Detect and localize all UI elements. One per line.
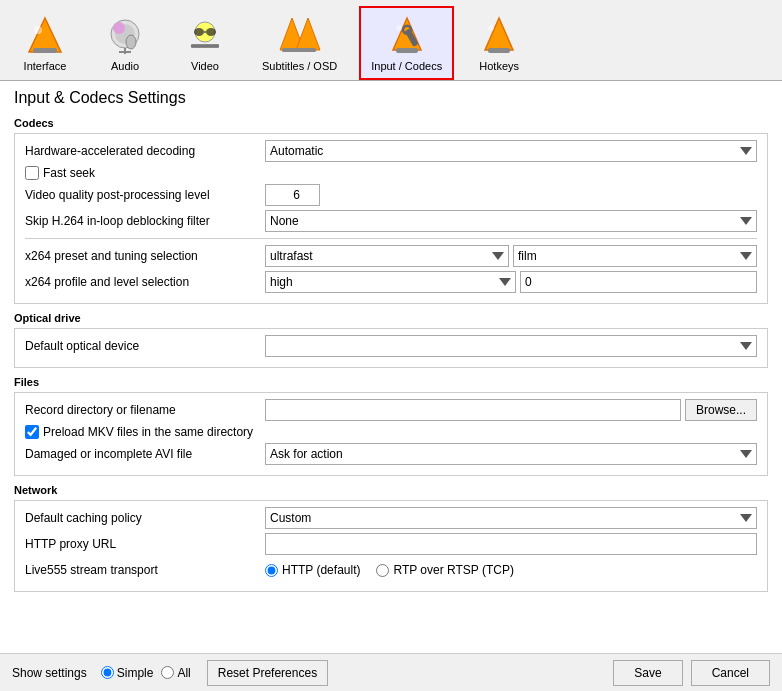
network-section-title: Network <box>14 484 768 496</box>
svg-rect-26 <box>488 48 510 53</box>
show-settings-radio-group: Simple All <box>101 666 191 680</box>
svg-point-14 <box>206 28 216 36</box>
video-icon <box>183 14 227 58</box>
svg-rect-18 <box>282 48 300 52</box>
svg-rect-2 <box>33 48 57 53</box>
caching-policy-row: Default caching policy Custom Lowest lat… <box>25 507 757 529</box>
svg-point-7 <box>126 35 136 49</box>
damaged-avi-control: Ask for action Repair Always fix Ignore <box>265 443 757 465</box>
video-quality-label: Video quality post-processing level <box>25 188 265 202</box>
subtitles-icon <box>278 14 322 58</box>
fast-seek-row: Fast seek <box>25 166 757 180</box>
x264-preset-label: x264 preset and tuning selection <box>25 249 265 263</box>
live555-radio-group: HTTP (default) RTP over RTSP (TCP) <box>265 563 757 577</box>
record-dir-row: Record directory or filename Browse... <box>25 399 757 421</box>
browse-button[interactable]: Browse... <box>685 399 757 421</box>
hw-decoding-label: Hardware-accelerated decoding <box>25 144 265 158</box>
http-proxy-control <box>265 533 757 555</box>
live555-label: Live555 stream transport <box>25 563 265 577</box>
nav-item-input-codecs[interactable]: Input / Codecs <box>359 6 454 80</box>
video-quality-input[interactable] <box>265 184 320 206</box>
hw-decoding-select[interactable]: Automatic DirectX VA 2.0 DXVA 1.0 Disabl… <box>265 140 757 162</box>
http-proxy-label: HTTP proxy URL <box>25 537 265 551</box>
hw-decoding-row: Hardware-accelerated decoding Automatic … <box>25 140 757 162</box>
x264-preset-row: x264 preset and tuning selection ultrafa… <box>25 245 757 267</box>
files-section-title: Files <box>14 376 768 388</box>
svg-marker-25 <box>485 18 513 50</box>
reset-preferences-button[interactable]: Reset Preferences <box>207 660 328 686</box>
video-quality-control <box>265 184 757 206</box>
x264-profile-row: x264 profile and level selection high ma… <box>25 271 757 293</box>
nav-item-hotkeys[interactable]: Hotkeys <box>464 6 534 80</box>
nav-item-video[interactable]: Video <box>170 6 240 80</box>
default-device-control <box>265 335 757 357</box>
skip-h264-select[interactable]: None Nonref Bidir Nonkey All <box>265 210 757 232</box>
video-quality-row: Video quality post-processing level <box>25 184 757 206</box>
simple-radio[interactable] <box>101 666 114 679</box>
page-title: Input & Codecs Settings <box>14 89 768 107</box>
live555-http-option: HTTP (default) <box>265 563 360 577</box>
skip-h264-label: Skip H.264 in-loop deblocking filter <box>25 214 265 228</box>
x264-preset-control: ultrafast superfast veryfast faster fast… <box>265 245 757 267</box>
files-section-content: Record directory or filename Browse... P… <box>14 392 768 476</box>
svg-point-3 <box>34 26 42 34</box>
damaged-avi-label: Damaged or incomplete AVI file <box>25 447 265 461</box>
live555-rtp-label: RTP over RTSP (TCP) <box>393 563 513 577</box>
damaged-avi-row: Damaged or incomplete AVI file Ask for a… <box>25 443 757 465</box>
preload-mkv-checkbox[interactable] <box>25 425 39 439</box>
nav-item-audio[interactable]: Audio <box>90 6 160 80</box>
codecs-section-title: Codecs <box>14 117 768 129</box>
bottom-bar: Show settings Simple All Reset Preferenc… <box>0 653 782 691</box>
caching-policy-select[interactable]: Custom Lowest latency Low latency Normal… <box>265 507 757 529</box>
all-label: All <box>177 666 190 680</box>
fast-seek-checkbox[interactable] <box>25 166 39 180</box>
svg-rect-21 <box>396 48 418 53</box>
save-button[interactable]: Save <box>613 660 682 686</box>
svg-point-27 <box>488 25 494 31</box>
optical-section-content: Default optical device <box>14 328 768 368</box>
main-content: Input & Codecs Settings Codecs Hardware-… <box>0 80 782 685</box>
x264-tuning-select[interactable]: film animation grain stillimage <box>513 245 757 267</box>
simple-option: Simple <box>101 666 154 680</box>
default-device-label: Default optical device <box>25 339 265 353</box>
codecs-section-content: Hardware-accelerated decoding Automatic … <box>14 133 768 304</box>
codecs-section: Codecs Hardware-accelerated decoding Aut… <box>14 117 768 304</box>
optical-section-title: Optical drive <box>14 312 768 324</box>
x264-preset-select[interactable]: ultrafast superfast veryfast faster fast… <box>265 245 509 267</box>
video-label: Video <box>191 60 219 72</box>
http-proxy-input[interactable] <box>265 533 757 555</box>
default-device-select[interactable] <box>265 335 757 357</box>
all-option: All <box>161 666 190 680</box>
live555-rtp-radio[interactable] <box>376 564 389 577</box>
x264-level-input[interactable] <box>520 271 757 293</box>
nav-item-subtitles[interactable]: Subtitles / OSD <box>250 6 349 80</box>
input-codecs-icon <box>385 14 429 58</box>
x264-profile-control: high main baseline <box>265 271 757 293</box>
cancel-button[interactable]: Cancel <box>691 660 770 686</box>
svg-marker-17 <box>296 18 320 50</box>
damaged-avi-select[interactable]: Ask for action Repair Always fix Ignore <box>265 443 757 465</box>
svg-rect-19 <box>298 48 316 52</box>
live555-http-radio[interactable] <box>265 564 278 577</box>
record-dir-input[interactable] <box>265 399 681 421</box>
preload-mkv-row: Preload MKV files in the same directory <box>25 425 757 439</box>
svg-point-13 <box>194 28 204 36</box>
record-dir-label: Record directory or filename <box>25 403 265 417</box>
live555-row: Live555 stream transport HTTP (default) … <box>25 559 757 581</box>
live555-rtp-option: RTP over RTSP (TCP) <box>376 563 513 577</box>
hw-decoding-control: Automatic DirectX VA 2.0 DXVA 1.0 Disabl… <box>265 140 757 162</box>
network-section-content: Default caching policy Custom Lowest lat… <box>14 500 768 592</box>
skip-h264-control: None Nonref Bidir Nonkey All <box>265 210 757 232</box>
show-settings-label: Show settings <box>12 666 87 680</box>
default-device-row: Default optical device <box>25 335 757 357</box>
hotkeys-icon <box>477 14 521 58</box>
hotkeys-label: Hotkeys <box>479 60 519 72</box>
audio-label: Audio <box>111 60 139 72</box>
network-section: Network Default caching policy Custom Lo… <box>14 484 768 592</box>
http-proxy-row: HTTP proxy URL <box>25 533 757 555</box>
nav-item-interface[interactable]: Interface <box>10 6 80 80</box>
all-radio[interactable] <box>161 666 174 679</box>
x264-profile-select[interactable]: high main baseline <box>265 271 516 293</box>
live555-http-label: HTTP (default) <box>282 563 360 577</box>
record-dir-control: Browse... <box>265 399 757 421</box>
